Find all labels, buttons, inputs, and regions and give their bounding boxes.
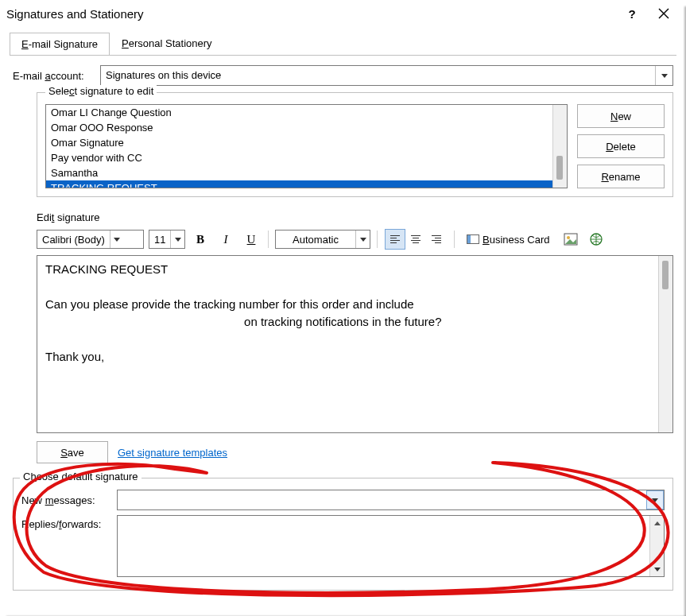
scrollbar[interactable] — [649, 530, 664, 562]
svg-point-3 — [567, 236, 570, 239]
chevron-down-icon — [646, 490, 664, 509]
signature-list-item[interactable]: Pay vendor with CC — [46, 150, 567, 165]
replies-forwards-dropdown-list[interactable] — [117, 515, 665, 577]
chevron-down-icon — [170, 231, 184, 248]
bold-button[interactable]: B — [190, 229, 211, 250]
align-right-icon — [432, 235, 441, 243]
business-card-button[interactable]: Business Card — [461, 229, 556, 250]
chevron-down-icon — [110, 231, 124, 248]
scrollbar[interactable] — [658, 256, 672, 432]
close-icon — [658, 8, 669, 19]
picture-icon — [564, 233, 578, 246]
signature-editor[interactable]: TRACKING REQUEST Can you please provide … — [37, 255, 673, 433]
underline-button[interactable]: U — [241, 229, 262, 250]
signatures-stationery-window: Signatures and Stationery ? E-mail Signa… — [0, 0, 686, 616]
signature-listbox[interactable]: Omar LI Change QuestionOmar OOO Response… — [45, 104, 568, 188]
italic-button[interactable]: I — [215, 229, 236, 250]
editor-content: TRACKING REQUEST Can you please provide … — [37, 256, 672, 370]
scroll-down-button[interactable] — [649, 562, 664, 576]
get-templates-link[interactable]: Get signature templates — [118, 447, 227, 459]
signature-list-item[interactable]: Samantha — [46, 165, 567, 180]
font-size-select[interactable]: 11 — [149, 230, 185, 249]
new-button[interactable]: New — [577, 104, 665, 128]
insert-hyperlink-button[interactable] — [586, 229, 607, 250]
scroll-up-button[interactable] — [649, 516, 664, 530]
default-signature-group: Choose default signature New messages: R… — [13, 478, 673, 591]
email-account-label: E-mail account: — [13, 70, 100, 82]
align-left-icon — [390, 235, 400, 243]
save-button[interactable]: Save — [37, 441, 108, 463]
separator — [268, 231, 269, 248]
email-account-value: Signatures on this device — [101, 66, 655, 85]
signature-list-item[interactable]: Omar Signature — [46, 135, 567, 150]
chevron-down-icon — [355, 231, 370, 248]
font-family-select[interactable]: Calibri (Body) — [37, 230, 144, 249]
close-button[interactable] — [648, 2, 680, 25]
signature-list-item[interactable]: Omar LI Change Question — [46, 105, 567, 120]
new-messages-combo[interactable] — [117, 490, 665, 510]
select-signature-group: Select signature to edit Omar LI Change … — [37, 92, 673, 197]
insert-picture-button[interactable] — [560, 229, 581, 250]
align-center-button[interactable] — [405, 229, 426, 250]
title-bar: Signatures and Stationery ? — [0, 0, 686, 27]
delete-button[interactable]: Delete — [577, 134, 665, 158]
align-left-button[interactable] — [385, 229, 405, 250]
help-button[interactable]: ? — [616, 2, 648, 25]
tab-personal-stationery[interactable]: Personal Stationery — [110, 32, 223, 54]
separator — [377, 231, 378, 248]
scrollbar[interactable] — [552, 105, 567, 188]
align-center-icon — [411, 235, 421, 243]
font-color-select[interactable]: Automatic — [275, 230, 370, 249]
email-account-combo[interactable]: Signatures on this device — [100, 65, 673, 86]
chevron-down-icon — [655, 66, 672, 85]
tab-email-signature[interactable]: E-mail Signature — [10, 33, 110, 55]
separator — [454, 231, 455, 248]
hyperlink-icon — [588, 231, 604, 247]
tab-strip: E-mail Signature Personal Stationery — [0, 27, 686, 55]
window-title: Signatures and Stationery — [6, 7, 616, 21]
signature-list-item[interactable]: Omar OOO Response — [46, 120, 567, 135]
editor-toolbar: Calibri (Body) 11 B I U Automatic — [37, 227, 673, 252]
signature-list-item[interactable]: TRACKING REQUEST — [46, 180, 567, 188]
business-card-icon — [467, 234, 479, 244]
rename-button[interactable]: Rename — [577, 165, 665, 188]
align-right-button[interactable] — [426, 229, 447, 250]
